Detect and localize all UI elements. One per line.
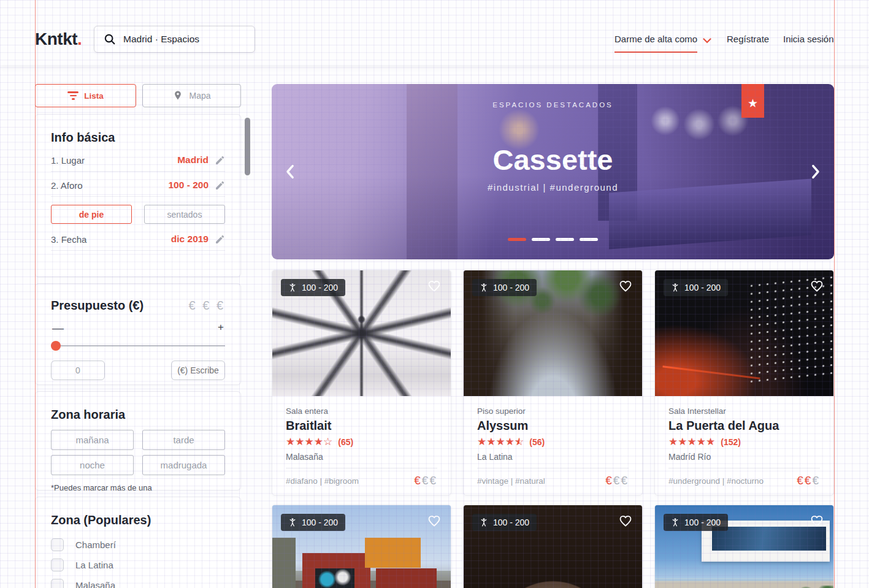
search-box[interactable] xyxy=(94,26,255,53)
space-type: Sala entera xyxy=(286,407,437,416)
page: Kntkt. Darme de alta como Regístrate Ini… xyxy=(0,0,869,588)
budget-plus[interactable]: + xyxy=(218,321,224,335)
carousel-prev-button[interactable] xyxy=(281,162,300,181)
divider xyxy=(286,468,437,468)
map-pin-icon xyxy=(172,90,183,101)
venue-photo-decor xyxy=(794,586,833,588)
rating-row: ★★★★★(152) xyxy=(668,437,820,448)
price-euro-icon: € xyxy=(414,474,422,487)
search-input[interactable] xyxy=(123,34,246,45)
featured-star-ribbon[interactable]: ★ xyxy=(741,84,764,118)
list-view-button[interactable]: Lista xyxy=(35,84,136,107)
budget-min-input[interactable] xyxy=(51,361,105,380)
signup-dropdown[interactable]: Darme de alta como xyxy=(614,34,711,53)
favorite-heart-icon[interactable] xyxy=(618,278,634,292)
fecha-label: 3. Fecha xyxy=(51,234,171,245)
venue-photo-decor xyxy=(662,365,760,379)
capacity-value: 100 - 200 xyxy=(684,517,721,527)
basic-info-title: Info básica xyxy=(51,131,225,145)
timezone-option-noche[interactable]: noche xyxy=(51,455,134,475)
register-link[interactable]: Regístrate xyxy=(727,34,769,44)
price-euro-icon: € xyxy=(429,474,437,487)
venue-card[interactable]: 100 - 200 xyxy=(463,505,643,588)
price-euro-icon: € xyxy=(812,474,820,487)
budget-title: Presupuesto (€) xyxy=(51,299,144,313)
budget-panel: Presupuesto (€) € € € — + xyxy=(35,283,241,385)
edit-pencil-icon[interactable] xyxy=(215,234,225,245)
brand-logo[interactable]: Kntkt. xyxy=(35,29,82,49)
rating-row: ★★★★☆★(56) xyxy=(477,437,629,448)
star-icon: ☆★ xyxy=(515,437,524,447)
featured-venue-title[interactable]: Cassette xyxy=(272,143,834,177)
zone-label: Chamberí xyxy=(75,540,116,550)
budget-slider[interactable] xyxy=(51,341,225,351)
carousel-indicator[interactable] xyxy=(556,238,574,241)
carousel-indicator[interactable] xyxy=(532,238,550,241)
timezone-option-madrugada[interactable]: madrugada xyxy=(142,455,225,475)
venue-photo: 100 - 200 xyxy=(655,505,833,588)
price-euro-icon: € xyxy=(605,474,613,487)
review-count: (56) xyxy=(529,437,545,447)
star-icon: ★ xyxy=(477,437,486,447)
price-euro-icon: € xyxy=(805,474,813,487)
zone-row-chamberi: Chamberí xyxy=(51,538,225,551)
list-filter-icon xyxy=(67,91,78,100)
featured-venue-tags: #industrial | #underground xyxy=(272,182,834,193)
capacity-badge: 100 - 200 xyxy=(472,514,537,531)
neighborhood: Malasaña xyxy=(286,452,437,462)
venue-card[interactable]: 100 - 200 xyxy=(654,505,834,588)
zone-checkbox-la-latina[interactable] xyxy=(51,559,64,571)
favorite-heart-icon[interactable] xyxy=(809,278,825,292)
venue-card-la-puerta-del-agua[interactable]: 100 - 200 Sala Interstellar La Puerta de… xyxy=(654,270,834,495)
carousel-indicator[interactable] xyxy=(508,238,526,241)
favorite-heart-icon[interactable] xyxy=(618,513,634,527)
venue-photo: 100 - 200 xyxy=(464,270,642,396)
fecha-value: dic 2019 xyxy=(171,234,209,245)
venue-photo: 100 - 200 xyxy=(464,505,642,588)
filters-sidebar: Lista Mapa Info básica 1. Lugar Madrid xyxy=(35,84,241,588)
login-link[interactable]: Inicia sesión xyxy=(783,34,834,44)
price-level: €€€ xyxy=(414,474,437,487)
standing-mode-button[interactable]: de pie xyxy=(51,205,132,224)
aforo-label: 2. Aforo xyxy=(51,180,169,191)
carousel-indicators xyxy=(272,238,834,241)
budget-max-input[interactable] xyxy=(171,361,225,380)
price-euro-icon: € xyxy=(422,474,430,487)
venue-photo: 100 - 200 xyxy=(655,270,833,396)
favorite-heart-icon[interactable] xyxy=(426,278,442,292)
carousel-next-button[interactable] xyxy=(806,162,824,181)
price-euro-icon: € xyxy=(621,474,629,487)
timezone-option-tarde[interactable]: tarde xyxy=(142,430,225,450)
star-icon: ★ xyxy=(305,437,314,447)
map-view-button[interactable]: Mapa xyxy=(142,84,241,107)
zone-checkbox-malasana[interactable] xyxy=(51,579,64,588)
venue-name[interactable]: Alyssum xyxy=(477,419,629,433)
aforo-value: 100 - 200 xyxy=(169,180,209,191)
chevron-down-icon xyxy=(703,38,711,44)
edit-pencil-icon[interactable] xyxy=(215,155,225,166)
venue-card-alyssum[interactable]: 100 - 200 Piso superior Alyssum ★★★★☆★(5… xyxy=(463,270,643,495)
star-icon: ★ xyxy=(505,437,515,447)
venue-name[interactable]: Braitlait xyxy=(286,419,437,433)
lugar-label: 1. Lugar xyxy=(51,155,177,166)
favorite-heart-icon[interactable] xyxy=(426,513,442,527)
carousel-indicator[interactable] xyxy=(580,238,598,241)
seated-mode-button[interactable]: sentados xyxy=(144,205,225,224)
header: Kntkt. Darme de alta como Regístrate Ini… xyxy=(0,0,869,65)
star-icon: ★ xyxy=(687,437,697,447)
right-guide-line xyxy=(834,0,835,588)
edit-pencil-icon[interactable] xyxy=(215,180,225,191)
timezone-option-manana[interactable]: mañana xyxy=(51,430,134,450)
slider-knob[interactable] xyxy=(51,341,61,351)
star-icon: ★ xyxy=(668,437,678,447)
venue-card[interactable]: 100 - 200 xyxy=(272,505,451,588)
featured-carousel[interactable]: ESPACIOS DESTACADOS ★ Cassette #industri… xyxy=(272,84,834,259)
favorite-heart-icon[interactable] xyxy=(809,513,825,527)
venue-card-braitlait[interactable]: 100 - 200 Sala entera Braitlait ★★★★☆(65… xyxy=(272,270,451,495)
neighborhood: La Latina xyxy=(477,452,629,462)
zone-checkbox-chamberi[interactable] xyxy=(51,538,64,551)
budget-minus[interactable]: — xyxy=(52,321,64,335)
venue-tags: #vintage | #natural xyxy=(477,476,545,486)
sidebar-scrollbar[interactable] xyxy=(245,118,250,175)
venue-name[interactable]: La Puerta del Agua xyxy=(668,419,820,433)
